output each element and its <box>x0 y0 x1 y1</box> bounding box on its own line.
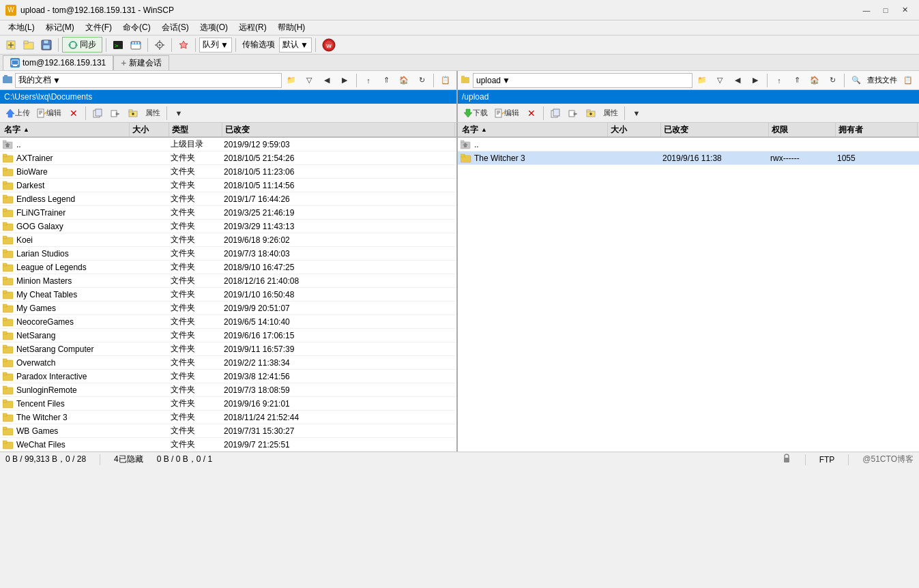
left-file-row[interactable]: BioWare 文件夹 2018/10/5 11:23:06 <box>0 165 456 179</box>
left-move-btn[interactable] <box>107 106 123 121</box>
toolbar-new-btn[interactable] <box>3 38 19 53</box>
left-delete-btn[interactable]: ✕ <box>65 106 82 121</box>
right-nav-refresh[interactable]: ↻ <box>824 73 841 88</box>
right-col-name[interactable]: 名字 ▲ <box>459 123 608 136</box>
left-file-row[interactable]: Darkest 文件夹 2018/10/5 11:14:56 <box>0 179 456 192</box>
menu-help[interactable]: 帮助(H) <box>272 20 311 35</box>
left-file-row[interactable]: Overwatch 文件夹 2019/2/2 11:38:34 <box>0 356 456 370</box>
left-file-row[interactable]: Paradox Interactive 文件夹 2019/3/8 12:41:5… <box>0 370 456 383</box>
right-edit-btn[interactable]: 编辑 <box>492 106 522 121</box>
left-file-row[interactable]: The Witcher 3 文件夹 2018/11/24 21:52:44 <box>0 411 456 424</box>
minimize-button[interactable]: — <box>858 4 875 16</box>
transfer-dropdown[interactable]: 默认 ▼ <box>279 38 312 53</box>
right-file-row[interactable]: .. <box>458 138 919 151</box>
left-nav-forward[interactable]: ▶ <box>336 73 353 88</box>
menu-session[interactable]: 会话(S) <box>156 20 194 35</box>
right-nav-filter[interactable]: ▽ <box>712 73 728 88</box>
right-download-btn[interactable]: 下载 <box>461 106 491 121</box>
toolbar-prefs-btn[interactable] <box>151 38 168 53</box>
left-file-row[interactable]: GOG Galaxy 文件夹 2019/3/29 11:43:13 <box>0 220 456 233</box>
left-file-row[interactable]: FLiNGTrainer 文件夹 2019/3/25 21:46:19 <box>0 206 456 220</box>
left-file-row[interactable]: NetSarang Computer 文件夹 2019/9/11 16:57:3… <box>0 342 456 356</box>
right-col-modified[interactable]: 已改变 <box>661 123 769 136</box>
right-props-btn[interactable]: 属性 <box>600 106 621 121</box>
right-nav-back[interactable]: ◀ <box>729 73 746 88</box>
right-nav-home[interactable]: 🏠 <box>806 73 823 88</box>
menu-file[interactable]: 文件(F) <box>80 20 117 35</box>
toolbar-open-btn[interactable] <box>20 38 37 53</box>
right-newdir-btn[interactable] <box>583 106 599 121</box>
right-more-btn[interactable]: ▼ <box>628 106 645 121</box>
left-nav-back[interactable]: ◀ <box>319 73 335 88</box>
toolbar-save-btn[interactable] <box>38 38 55 53</box>
left-nav-home[interactable]: 🏠 <box>396 73 412 88</box>
right-copy-btn[interactable] <box>547 106 564 121</box>
left-file-row[interactable]: Endless Legend 文件夹 2019/1/7 16:44:26 <box>0 192 456 206</box>
session-tab-current[interactable]: tom@192.168.159.131 <box>3 55 113 70</box>
right-nav-newdir[interactable]: 📋 <box>900 73 916 88</box>
right-col-permissions[interactable]: 权限 <box>769 123 836 136</box>
left-file-row[interactable]: WeChat Files 文件夹 2019/9/7 21:25:51 <box>0 438 456 452</box>
menu-mark[interactable]: 标记(M) <box>40 20 80 35</box>
left-nav-newdir[interactable]: 📋 <box>437 73 454 88</box>
left-nav-bookmark[interactable]: 📁 <box>283 73 300 88</box>
right-nav-up1[interactable]: ↑ <box>771 73 787 88</box>
left-file-row[interactable]: Koei 文件夹 2019/6/18 9:26:02 <box>0 233 456 247</box>
left-nav-refresh[interactable]: ↻ <box>413 73 430 88</box>
right-path-dropdown[interactable]: upload ▼ <box>473 73 692 88</box>
left-file-row[interactable]: My Cheat Tables 文件夹 2019/1/10 16:50:48 <box>0 288 456 302</box>
left-nav-up1[interactable]: ↑ <box>360 73 377 88</box>
menu-options[interactable]: 选项(O) <box>194 20 233 35</box>
menu-local[interactable]: 本地(L) <box>3 20 40 35</box>
right-move-btn[interactable] <box>565 106 581 121</box>
status-sep2 <box>805 454 806 465</box>
left-file-row[interactable]: .. 上级目录 2019/9/12 9:59:03 <box>0 138 456 151</box>
maximize-button[interactable]: □ <box>877 4 894 16</box>
svg-rect-7 <box>43 45 50 49</box>
right-nav-find[interactable]: 🔍 <box>848 73 864 88</box>
new-session-button[interactable]: + 新建会话 <box>113 55 169 70</box>
close-button[interactable]: ✕ <box>896 4 914 16</box>
toolbar-terminal-btn[interactable]: >_ <box>110 38 126 53</box>
queue-dropdown[interactable]: 队列 ▼ <box>199 38 232 53</box>
left-file-row[interactable]: League of Legends 文件夹 2018/9/10 16:47:25 <box>0 261 456 274</box>
left-file-row[interactable]: WB Games 文件夹 2019/7/31 15:30:27 <box>0 424 456 438</box>
right-file-list[interactable]: .. The Witcher 3 2019/9/16 11:38 rwx----… <box>458 138 919 452</box>
left-file-list[interactable]: .. 上级目录 2019/9/12 9:59:03 AXTrainer 文件夹 … <box>0 138 456 452</box>
left-col-size[interactable]: 大小 <box>130 123 169 136</box>
left-col-modified[interactable]: 已改变 <box>222 123 455 136</box>
right-nav-up2[interactable]: ⇑ <box>789 73 805 88</box>
left-path-dropdown[interactable]: 我的文档 ▼ <box>15 73 282 88</box>
left-file-row[interactable]: NeocoreGames 文件夹 2019/6/5 14:10:40 <box>0 315 456 329</box>
right-col-size[interactable]: 大小 <box>608 123 661 136</box>
sync-button[interactable]: 同步 <box>62 37 102 53</box>
left-file-row[interactable]: Tencent Files 文件夹 2019/9/16 9:21:01 <box>0 397 456 411</box>
left-file-row[interactable]: AXTrainer 文件夹 2018/10/5 21:54:26 <box>0 151 456 165</box>
right-file-row[interactable]: The Witcher 3 2019/9/16 11:38 rwx------ … <box>458 151 919 165</box>
left-file-row[interactable]: NetSarang 文件夹 2019/6/16 17:06:15 <box>0 329 456 342</box>
menu-remote[interactable]: 远程(R) <box>233 20 272 35</box>
left-col-name[interactable]: 名字 ▲ <box>1 123 130 136</box>
left-file-row[interactable]: SunloginRemote 文件夹 2019/7/3 18:08:59 <box>0 383 456 397</box>
left-nav-up2[interactable]: ⇑ <box>378 73 394 88</box>
toolbar-bookmark-btn[interactable] <box>175 38 192 53</box>
left-more-btn[interactable]: ▼ <box>171 106 187 121</box>
left-edit-btn[interactable]: 编辑 <box>34 106 64 121</box>
left-file-row[interactable]: Larian Studios 文件夹 2019/7/3 18:40:03 <box>0 247 456 261</box>
menu-command[interactable]: 命令(C) <box>117 20 156 35</box>
right-panel-toolbar: 下载 编辑 ✕ 属性 ▼ <box>458 104 919 123</box>
toolbar-browser-btn[interactable] <box>128 38 144 53</box>
left-file-row[interactable]: My Games 文件夹 2019/9/9 20:51:07 <box>0 302 456 315</box>
left-file-row[interactable]: Minion Masters 文件夹 2018/12/16 21:40:08 <box>0 274 456 288</box>
left-copy-btn[interactable] <box>89 106 106 121</box>
left-newdir-btn[interactable] <box>125 106 141 121</box>
right-delete-btn[interactable]: ✕ <box>523 106 540 121</box>
right-nav-bookmark[interactable]: 📁 <box>694 73 710 88</box>
left-col-type[interactable]: 类型 <box>169 123 222 136</box>
left-nav-filter[interactable]: ▽ <box>301 73 317 88</box>
right-nav-forward[interactable]: ▶ <box>747 73 763 88</box>
left-upload-btn[interactable]: 上传 <box>3 106 33 121</box>
right-col-owner[interactable]: 拥有者 <box>836 123 918 136</box>
left-props-btn[interactable]: 属性 <box>143 106 163 121</box>
toolbar-logo-btn[interactable]: W <box>319 38 338 53</box>
